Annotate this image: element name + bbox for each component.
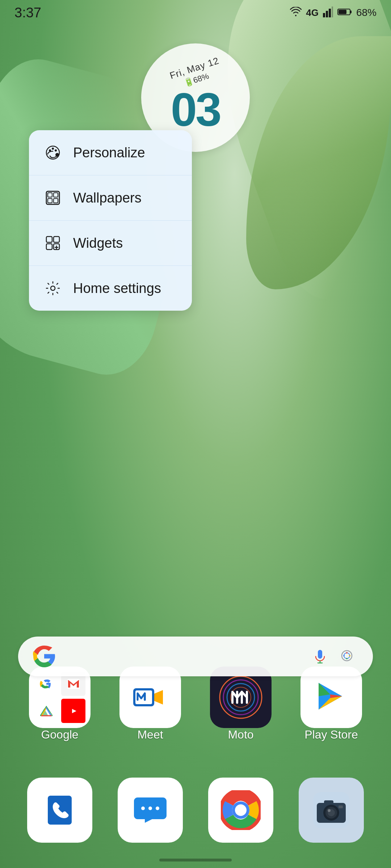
4g-icon: 4G (306, 7, 319, 18)
svg-rect-16 (48, 199, 52, 203)
svg-point-32 (343, 655, 345, 656)
dock (0, 778, 391, 843)
svg-rect-14 (48, 193, 52, 197)
svg-rect-60 (339, 805, 343, 808)
svg-rect-19 (54, 237, 59, 242)
menu-item-personalize[interactable]: Personalize (29, 130, 192, 175)
svg-rect-13 (46, 191, 59, 204)
google-label: Google (41, 728, 78, 741)
wifi-icon (290, 7, 302, 18)
svg-rect-17 (54, 199, 58, 203)
menu-label-personalize: Personalize (73, 145, 145, 161)
battery-icon (337, 8, 352, 17)
settings-icon (43, 279, 62, 298)
svg-rect-6 (350, 10, 352, 13)
svg-point-30 (349, 655, 350, 656)
svg-rect-61 (324, 800, 333, 805)
home-indicator (159, 859, 232, 861)
voice-search-button[interactable] (309, 646, 331, 667)
signal-icon (323, 7, 333, 19)
svg-rect-12 (46, 191, 59, 204)
svg-point-10 (55, 149, 57, 152)
svg-rect-1 (326, 11, 328, 17)
clock-hour: 03 (171, 86, 220, 133)
moto-label: Moto (228, 728, 253, 741)
svg-marker-40 (154, 690, 163, 705)
svg-rect-18 (46, 237, 52, 242)
svg-rect-0 (323, 13, 325, 17)
svg-rect-20 (46, 244, 52, 250)
lens-search-button[interactable] (337, 646, 358, 667)
svg-point-11 (55, 153, 59, 157)
menu-item-widgets[interactable]: Widgets (29, 221, 192, 266)
google-logo (33, 645, 56, 668)
palette-icon (43, 143, 62, 162)
dock-messages[interactable] (118, 778, 183, 843)
context-menu: Personalize Wallpapers (29, 130, 192, 311)
svg-point-53 (235, 804, 247, 816)
app-moto[interactable]: Moto (205, 667, 277, 741)
svg-point-31 (346, 658, 348, 659)
svg-point-48 (148, 807, 152, 810)
svg-point-9 (52, 148, 54, 150)
battery-percentage: 68% (356, 7, 377, 18)
svg-rect-15 (54, 193, 58, 197)
search-bar[interactable] (18, 637, 373, 676)
app-meet[interactable]: Meet (114, 667, 186, 741)
wallpaper-icon (43, 188, 62, 207)
menu-item-home-settings[interactable]: Home settings (29, 266, 192, 311)
app-row-main: Google Meet (0, 667, 391, 741)
svg-point-24 (51, 286, 55, 290)
dock-phone[interactable] (27, 778, 92, 843)
svg-rect-2 (329, 9, 331, 17)
svg-rect-5 (339, 10, 346, 14)
menu-label-wallpapers: Wallpapers (73, 190, 142, 206)
dock-chrome[interactable] (208, 778, 273, 843)
app-playstore[interactable]: Play Store (295, 667, 367, 741)
svg-point-59 (328, 809, 331, 812)
svg-point-49 (156, 807, 159, 810)
widgets-icon (43, 234, 62, 252)
svg-rect-3 (332, 7, 333, 17)
status-time: 3:37 (14, 5, 41, 21)
menu-label-home-settings: Home settings (73, 281, 161, 296)
svg-point-29 (346, 652, 348, 654)
dock-camera[interactable] (299, 778, 364, 843)
menu-item-wallpapers[interactable]: Wallpapers (29, 175, 192, 221)
status-bar: 3:37 4G (0, 0, 391, 25)
svg-point-28 (344, 653, 350, 659)
meet-label: Meet (137, 728, 163, 741)
svg-point-47 (141, 807, 145, 810)
menu-label-widgets: Widgets (73, 235, 123, 251)
app-google[interactable]: Google (24, 667, 96, 741)
status-icons: 4G 68% (290, 7, 377, 19)
playstore-label: Play Store (304, 728, 358, 741)
